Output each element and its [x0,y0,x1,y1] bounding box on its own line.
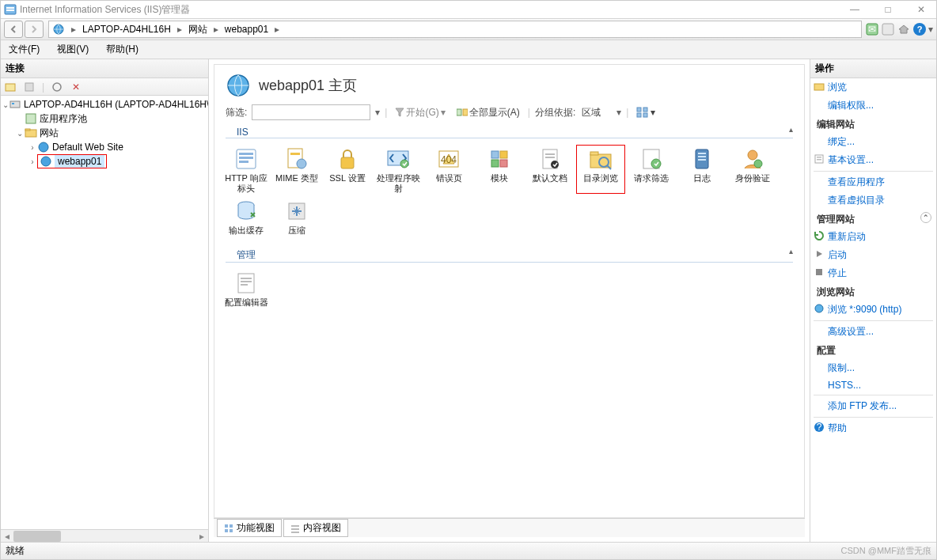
svg-rect-23 [643,113,647,117]
action-start[interactable]: 启动 [810,246,936,264]
svg-point-9 [53,83,61,91]
feature-auth[interactable]: 身份验证 [728,145,777,194]
filter-dropdown-icon[interactable]: ▾ [375,107,380,118]
feature-default-doc[interactable]: 默认文档 [525,145,575,194]
svg-rect-6 [882,24,893,35]
svg-rect-21 [643,108,647,112]
tree-sites[interactable]: ⌄ 网站 [1,126,208,140]
go-button[interactable]: 开始(G) ▾ [392,105,448,120]
svg-point-15 [39,142,48,152]
globe-icon [52,23,65,36]
save-connection-icon[interactable] [23,81,36,93]
close-button[interactable]: ✕ [909,4,933,15]
delete-icon[interactable]: ✕ [70,81,82,93]
feature-modules[interactable]: 模块 [475,145,524,194]
collapse-icon[interactable]: ▴ [789,125,793,134]
menu-view[interactable]: 视图(V) [52,41,93,58]
action-label: 重新启动 [828,230,866,244]
server-icon [9,98,21,111]
tree-app-pools[interactable]: 应用程序池 [1,112,208,126]
feature-handler[interactable]: 处理程序映射 [374,145,423,194]
collapse-icon[interactable]: ▴ [789,247,793,255]
feature-http-headers[interactable]: HTTP 响应标头 [222,145,271,194]
tree-scrollbar[interactable]: ◂▸ [1,529,208,542]
svg-marker-74 [817,251,822,257]
action-hsts[interactable]: HSTS... [810,377,936,393]
feature-config-editor[interactable]: 配置编辑器 [222,269,271,308]
menu-help[interactable]: 帮助(H) [101,41,143,58]
feature-mime[interactable]: MIME 类型 [272,145,321,194]
tree-default-site-label: Default Web Site [52,142,123,153]
action-browse-9090[interactable]: 浏览 *:9090 (http) [810,301,936,319]
content-view-icon [290,524,300,533]
actions-separator [814,395,933,395]
info-icon[interactable] [881,22,895,36]
action-limits[interactable]: 限制... [810,359,936,377]
feature-label: 身份验证 [728,173,777,184]
refresh-icon[interactable] [51,81,63,93]
action-basic[interactable]: 基本设置... [810,151,936,169]
breadcrumb-site[interactable]: webapp01 [225,24,268,35]
action-bindings[interactable]: 绑定... [810,133,936,151]
svg-rect-39 [491,160,499,167]
svg-rect-69 [291,532,299,533]
new-connection-icon[interactable] [4,81,17,93]
connections-tree[interactable]: ⌄ LAPTOP-AD4HL16H (LAPTOP-AD4HL16H\MMF) … [1,96,208,529]
minimize-button[interactable]: — [843,4,867,15]
action-label: 帮助 [828,422,847,435]
action-help[interactable]: ?帮助 [810,419,936,437]
action-edit-perm[interactable]: 编辑权限... [810,96,936,115]
tab-features-view[interactable]: 功能视图 [217,519,282,537]
feature-ssl[interactable]: SSL 设置 [323,145,372,194]
svg-rect-64 [230,524,233,528]
alert-icon[interactable]: ✉ [865,22,879,36]
home-icon[interactable] [897,22,911,36]
feature-logging[interactable]: 日志 [677,145,726,194]
actions-header: 操作 [810,59,936,78]
action-stop[interactable]: 停止 [810,264,936,282]
feature-dir-browse[interactable]: 目录浏览 [576,145,625,194]
breadcrumb[interactable]: ▸ LAPTOP-AD4HL16H ▸ 网站 ▸ webapp01 ▸ [48,21,862,38]
collapse-icon[interactable]: ⌃ [920,212,931,223]
breadcrumb-server[interactable]: LAPTOP-AD4HL16H [82,24,171,35]
action-label: 添加 FTP 发布... [828,399,897,413]
feature-output-cache[interactable]: 输出缓存 [222,197,271,236]
filter-input[interactable] [252,104,370,120]
menu-file[interactable]: 文件(F) [4,41,44,58]
svg-point-55 [748,150,757,160]
help-dropdown-icon[interactable]: ▾ [928,24,933,35]
watermark: CSDN @MMF踏雪无痕 [841,545,931,557]
maximize-button[interactable]: □ [876,4,900,15]
tab-content-view[interactable]: 内容视图 [283,519,348,537]
action-explore[interactable]: 浏览 [810,78,936,96]
tree-server-node[interactable]: ⌄ LAPTOP-AD4HL16H (LAPTOP-AD4HL16H\MMF) [1,97,208,112]
group-by-value[interactable]: 区域 [580,106,612,119]
http-headers-icon [233,146,259,172]
back-button[interactable] [4,21,23,38]
action-adv[interactable]: 高级设置... [810,323,936,341]
feature-req-filter[interactable]: 请求筛选 [627,145,676,194]
site-icon [37,141,50,153]
action-ftp[interactable]: 添加 FTP 发布... [810,397,936,415]
action-label: 编辑权限... [828,99,874,112]
action-label: 启动 [828,248,847,262]
tree-server-label: LAPTOP-AD4HL16H (LAPTOP-AD4HL16H\MMF) [24,99,208,110]
svg-rect-52 [698,153,706,154]
chevron-right-icon: ▸ [174,24,185,35]
forward-button[interactable] [25,21,44,38]
feature-label: 压缩 [272,225,321,236]
view-mode-button[interactable]: ▾ [633,106,658,119]
action-view-vdirs[interactable]: 查看虚拟目录 [810,191,936,210]
show-all-button[interactable]: 全部显示(A) [453,105,523,120]
feature-compress[interactable]: 压缩 [272,197,321,236]
breadcrumb-sites[interactable]: 网站 [188,23,207,36]
action-view-apps[interactable]: 查看应用程序 [810,173,936,191]
feature-error[interactable]: 404错误页 [424,145,473,194]
help-icon[interactable]: ? [912,22,927,36]
group-by-dropdown-icon[interactable]: ▾ [616,107,621,118]
globe-icon [814,303,825,314]
action-restart[interactable]: 重新启动 [810,228,936,246]
tree-default-site[interactable]: › Default Web Site [1,140,208,154]
show-all-icon [457,108,468,117]
tree-webapp01[interactable]: › webapp01 [1,154,208,168]
